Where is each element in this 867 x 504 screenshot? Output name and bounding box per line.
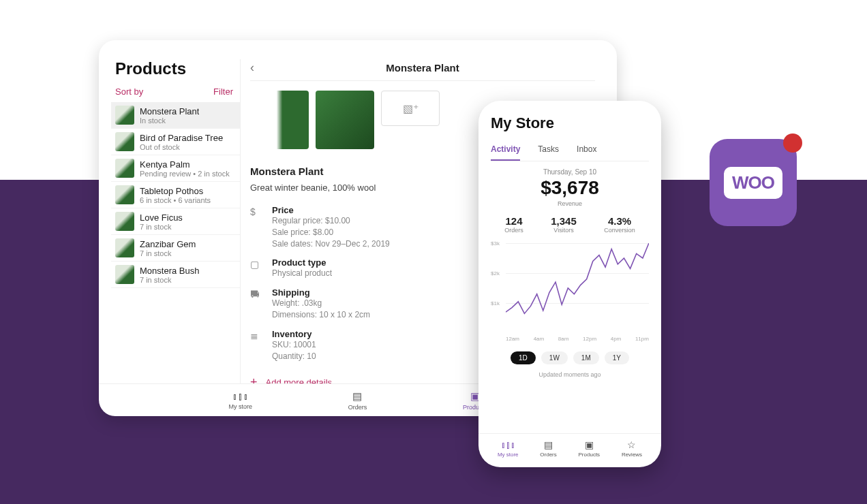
stat-orders: 124Orders [504, 215, 523, 234]
range-1w[interactable]: 1W [541, 351, 568, 364]
xtick: 11pm [635, 336, 649, 342]
price-title: Price [272, 205, 390, 215]
xtick: 12pm [583, 336, 596, 342]
store-heading: My Store [491, 114, 649, 132]
shipping-dimensions: Dimensions: 10 x 10 x 2cm [272, 309, 370, 321]
add-image-button[interactable]: ▧⁺ [381, 91, 440, 126]
product-item-meta: Pending review • 2 in stock [140, 170, 230, 178]
tab-inbox[interactable]: Inbox [577, 140, 596, 161]
revenue-chart: $3k $2k $1k [491, 243, 649, 333]
product-item-6[interactable]: Monstera Bush7 in stock [111, 262, 240, 288]
tablet-nav-my-store[interactable]: ⫾⫿⫾My store [228, 390, 252, 410]
phone-nav-orders[interactable]: ▤Orders [540, 439, 556, 458]
back-icon[interactable]: ‹ [250, 61, 254, 75]
product-item-name: Kentya Palm [140, 159, 230, 170]
box-icon: ▢ [250, 257, 262, 279]
product-thumb [115, 185, 134, 204]
product-item-4[interactable]: Love Ficus7 in stock [111, 208, 240, 235]
product-item-2[interactable]: Kentya PalmPending review • 2 in stock [111, 155, 240, 182]
detail-header-title: Monstera Plant [386, 62, 459, 74]
sort-by-link[interactable]: Sort by [115, 86, 143, 97]
inventory-qty: Quantity: 10 [272, 351, 316, 362]
product-item-name: Zanzibar Gem [140, 239, 196, 249]
inventory-sku: SKU: 10001 [272, 339, 316, 351]
product-item-meta: In stock [140, 116, 199, 125]
phone-nav-my-store[interactable]: ⫾⫿⫾My store [498, 439, 519, 458]
price-icon: $ [250, 205, 262, 249]
price-regular: Regular price: $10.00 [272, 215, 390, 227]
stat-visitors: 1,345Visitors [551, 215, 577, 234]
product-thumb [115, 159, 134, 178]
ytick-1k: $1k [491, 300, 500, 306]
clipboard-icon: ▤ [544, 439, 553, 450]
shipping-weight: Weight: .03kg [272, 298, 370, 309]
product-item-meta: Out of stock [140, 143, 223, 151]
product-item-meta: 7 in stock [140, 276, 199, 284]
filter-link[interactable]: Filter [213, 86, 233, 97]
tablet-nav-orders[interactable]: ▤Orders [348, 390, 367, 411]
product-item-0[interactable]: Monstera PlantIn stock [111, 102, 240, 129]
product-image-2[interactable] [316, 91, 374, 149]
xtick: 12am [506, 336, 519, 342]
woo-app-icon[interactable]: WOO [710, 139, 797, 226]
range-1d[interactable]: 1D [511, 351, 536, 364]
ytick-3k: $3k [491, 240, 500, 247]
revenue-amount: $3,678 [491, 177, 649, 199]
product-thumb [115, 265, 134, 284]
product-thumb [115, 132, 134, 151]
xtick: 8am [558, 336, 569, 342]
tab-activity[interactable]: Activity [491, 140, 520, 161]
current-date: Thursday, Sep 10 [491, 168, 649, 176]
plus-icon: + [250, 375, 258, 383]
product-item-name: Monstera Plant [140, 106, 199, 116]
product-item-meta: 7 in stock [140, 223, 183, 231]
clipboard-icon: ▤ [352, 390, 362, 403]
product-item-name: Monstera Bush [140, 266, 199, 276]
type-title: Product type [272, 257, 332, 268]
range-1m[interactable]: 1M [573, 351, 599, 364]
product-item-name: Love Ficus [140, 212, 183, 223]
product-thumb [115, 106, 134, 125]
type-value: Physical product [272, 268, 332, 279]
chart-line [506, 243, 649, 333]
product-image-1[interactable] [250, 91, 309, 149]
xtick: 4am [534, 336, 545, 342]
xtick: 4pm [611, 336, 622, 342]
bar-chart-icon: ⫾⫿⫾ [232, 390, 249, 402]
phone-frame: My Store Activity Tasks Inbox Thursday, … [478, 101, 661, 467]
shipping-title: Shipping [272, 287, 370, 298]
products-heading: Products [111, 59, 240, 78]
product-item-meta: 6 in stock • 6 variants [140, 196, 211, 204]
woo-logo-text: WOO [724, 167, 782, 199]
add-more-label: Add more details [266, 377, 333, 383]
products-sidebar: Products Sort by Filter Monstera PlantIn… [111, 59, 241, 383]
star-icon: ☆ [627, 439, 636, 450]
range-1y[interactable]: 1Y [605, 351, 629, 364]
revenue-label: Revenue [491, 200, 649, 207]
updated-label: Updated moments ago [491, 371, 649, 378]
inventory-title: Inventory [272, 329, 316, 339]
notification-badge [783, 133, 802, 153]
product-item-meta: 7 in stock [140, 249, 196, 257]
price-sale: Sale price: $8.00 [272, 227, 390, 238]
stat-conversion: 4.3%Conversion [604, 215, 635, 234]
product-item-3[interactable]: Tabletop Pothos6 in stock • 6 variants [111, 182, 240, 208]
bar-chart-icon: ⫾⫿⫾ [501, 439, 515, 450]
product-item-name: Tabletop Pothos [140, 186, 211, 196]
phone-nav-products[interactable]: ▣Products [579, 439, 600, 458]
tab-tasks[interactable]: Tasks [538, 140, 559, 161]
list-icon: ≣ [250, 329, 262, 362]
phone-nav-reviews[interactable]: ☆Reviews [622, 439, 642, 458]
truck-icon: ⛟ [250, 287, 262, 321]
product-item-5[interactable]: Zanzibar Gem7 in stock [111, 235, 240, 262]
price-dates: Sale dates: Nov 29–Dec 2, 2019 [272, 238, 390, 250]
product-item-name: Bird of Paradise Tree [140, 133, 223, 143]
product-item-1[interactable]: Bird of Paradise TreeOut of stock [111, 129, 240, 155]
product-thumb [115, 212, 134, 231]
ytick-2k: $2k [491, 270, 500, 277]
product-thumb [115, 238, 134, 257]
storefront-icon: ▣ [585, 439, 594, 450]
